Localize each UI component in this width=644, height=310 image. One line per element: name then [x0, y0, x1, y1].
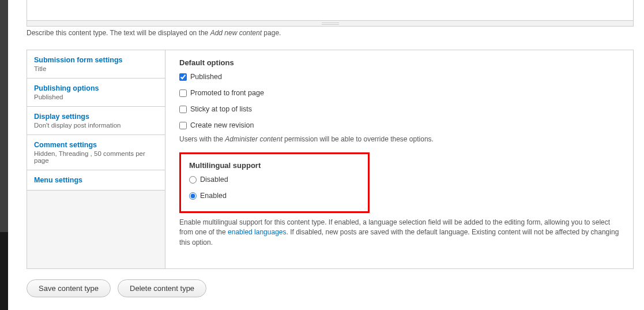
tab-comment-settings[interactable]: Comment settings Hidden, Threading , 50 …: [27, 135, 165, 170]
form-actions: Save content type Delete content type: [27, 279, 634, 297]
tab-title: Display settings: [34, 113, 158, 121]
tab-panel-publishing: Default options Published Promoted to fr…: [165, 50, 633, 268]
label-published[interactable]: Published: [190, 73, 222, 81]
checkbox-published[interactable]: [179, 73, 187, 81]
option-sticky: Sticky at top of lists: [179, 105, 619, 113]
option-promoted: Promoted to front page: [179, 89, 619, 97]
label-promoted[interactable]: Promoted to front page: [190, 89, 264, 97]
multilingual-heading: Multilingual support: [189, 161, 360, 170]
permission-help: Users with the Administer content permis…: [179, 135, 619, 143]
tab-summary: Published: [34, 94, 158, 100]
tab-summary: Don't display post information: [34, 122, 158, 129]
vertical-tabs: Submission form settings Title Publishin…: [27, 50, 634, 269]
option-revision: Create new revision: [179, 121, 619, 129]
tab-submission-form[interactable]: Submission form settings Title: [27, 50, 165, 79]
label-disabled[interactable]: Disabled: [200, 175, 228, 184]
description-textarea[interactable]: [27, 0, 634, 21]
left-dark-strip: [0, 0, 8, 310]
checkbox-promoted[interactable]: [179, 89, 187, 97]
tab-summary: Hidden, Threading , 50 comments per page: [34, 150, 158, 164]
label-revision[interactable]: Create new revision: [190, 121, 254, 129]
default-options-heading: Default options: [179, 58, 619, 67]
tabs-nav: Submission form settings Title Publishin…: [27, 50, 165, 268]
enabled-languages-link[interactable]: enabled languages: [228, 228, 286, 236]
checkbox-sticky[interactable]: [179, 106, 187, 113]
textarea-resize-handle[interactable]: [27, 21, 634, 27]
multilingual-help: Enable multilingual support for this con…: [179, 218, 619, 248]
tab-summary: Title: [34, 65, 158, 72]
label-sticky[interactable]: Sticky at top of lists: [190, 105, 252, 113]
tab-title: Menu settings: [34, 176, 158, 184]
tab-display-settings[interactable]: Display settings Don't display post info…: [27, 107, 165, 135]
radio-enabled[interactable]: [189, 192, 197, 200]
tab-title: Publishing options: [34, 84, 158, 92]
description-help: Describe this content type. The text wil…: [27, 29, 634, 37]
label-enabled[interactable]: Enabled: [200, 192, 227, 200]
option-multilingual-enabled: Enabled: [189, 192, 360, 200]
delete-button[interactable]: Delete content type: [118, 279, 206, 297]
radio-disabled[interactable]: [189, 176, 197, 184]
multilingual-highlight: Multilingual support Disabled Enabled: [179, 152, 370, 213]
checkbox-revision[interactable]: [179, 122, 187, 129]
tab-title: Comment settings: [34, 141, 158, 149]
tab-publishing-options[interactable]: Publishing options Published: [27, 79, 165, 107]
option-published: Published: [179, 73, 619, 81]
tab-menu-settings[interactable]: Menu settings: [27, 170, 165, 191]
save-button[interactable]: Save content type: [27, 279, 111, 297]
option-multilingual-disabled: Disabled: [189, 175, 360, 184]
tab-title: Submission form settings: [34, 56, 158, 64]
